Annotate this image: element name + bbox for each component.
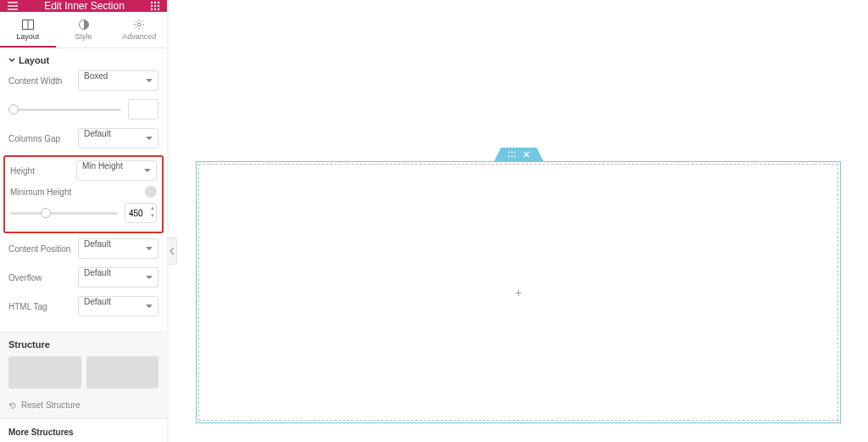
svg-point-7 [154,8,156,10]
svg-point-0 [151,2,153,3]
gear-icon [134,20,144,30]
height-highlight: Height Min Height Minimum Height ▲▼ [3,155,164,233]
layout-section-header[interactable]: Layout [8,55,159,65]
overflow-select[interactable]: Default [78,267,159,288]
svg-point-17 [511,156,513,158]
grid-icon [150,1,160,11]
columns-gap-label: Columns Gap [8,134,78,143]
section-handle [494,148,543,161]
columns-gap-select[interactable]: Default [78,128,159,148]
structure-title: Structure [8,339,159,350]
sidebar-tabs: Layout Style Advanced [0,12,167,48]
inner-section[interactable]: + [196,161,841,423]
svg-point-3 [151,5,153,7]
structure-option-1[interactable] [8,356,81,389]
svg-point-13 [508,152,509,154]
reset-structure[interactable]: Reset Structure [8,397,159,413]
html-tag-label: HTML Tag [8,302,78,311]
more-structures-label: More Structures [8,428,74,437]
min-height-label: Minimum Height [10,187,140,197]
style-icon [79,20,89,30]
height-row: Height Min Height [10,160,157,181]
svg-point-16 [508,156,509,158]
overflow-label: Overflow [8,273,78,283]
svg-point-5 [158,5,159,7]
svg-point-2 [158,2,159,3]
panel-toggle[interactable] [167,238,177,265]
menu-button[interactable] [7,0,19,12]
tab-advanced[interactable]: Advanced [111,12,167,48]
sidebar-panel: Edit Inner Section Layout Style Advanced [0,0,167,442]
tab-layout-label: Layout [16,32,39,41]
min-height-slider-handle[interactable] [41,208,51,218]
tab-advanced-label: Advanced [122,32,156,41]
add-widget-icon[interactable]: + [515,286,521,299]
panel-title: Edit Inner Section [44,0,125,12]
width-input[interactable] [128,99,159,120]
tab-layout[interactable]: Layout [0,12,56,48]
content-width-row: Content Width Boxed [8,70,159,91]
close-icon[interactable] [523,151,530,158]
structure-section: Structure Reset Structure [0,332,167,418]
hamburger-icon [7,0,19,12]
drag-icon[interactable] [508,151,516,158]
content-position-row: Content Position Default [8,238,159,259]
svg-point-1 [154,2,156,3]
svg-point-8 [158,8,159,10]
editor-canvas: + [169,0,868,442]
content-position-select[interactable]: Default [78,238,159,259]
apps-button[interactable] [150,1,160,11]
columns-gap-row: Columns Gap Default [8,128,159,148]
reset-structure-label: Reset Structure [21,400,80,410]
svg-point-12 [137,23,141,26]
tab-style[interactable]: Style [56,12,112,48]
width-slider[interactable] [8,109,121,111]
svg-point-14 [511,152,513,154]
svg-point-6 [151,8,153,10]
min-height-spinner[interactable]: ▲▼ [150,204,155,220]
overflow-row: Overflow Default [8,267,159,288]
svg-point-18 [514,156,515,158]
chevron-left-icon [170,247,175,255]
layout-icon [22,20,34,30]
tab-style-label: Style [75,32,92,41]
content-width-select[interactable]: Boxed [78,70,159,91]
width-slider-handle[interactable] [8,104,19,115]
min-height-slider[interactable] [10,212,118,215]
undo-icon [8,401,17,410]
structure-options [8,356,159,389]
min-height-input-wrap: ▲▼ [125,203,157,223]
inner-section-column[interactable]: + [198,164,838,421]
svg-point-15 [514,152,515,154]
layout-section-title: Layout [19,55,49,65]
layout-section: Layout Content Width Boxed Columns Gap D… [0,48,167,332]
min-height-slider-row: ▲▼ [10,203,157,223]
min-height-label-row: Minimum Height [10,186,157,198]
html-tag-select[interactable]: Default [78,296,159,316]
sidebar-header: Edit Inner Section [0,0,167,12]
svg-point-4 [154,5,156,7]
structure-option-2[interactable] [86,356,159,389]
caret-down-icon [8,57,15,64]
app-root: Edit Inner Section Layout Style Advanced [0,0,868,442]
width-slider-row [8,99,159,120]
html-tag-row: HTML Tag Default [8,296,159,316]
height-select[interactable]: Min Height [76,160,157,181]
responsive-icon[interactable] [145,186,157,198]
content-width-label: Content Width [8,76,78,86]
height-label: Height [10,166,76,176]
content-position-label: Content Position [8,244,78,254]
more-structures[interactable]: More Structures [0,418,167,442]
